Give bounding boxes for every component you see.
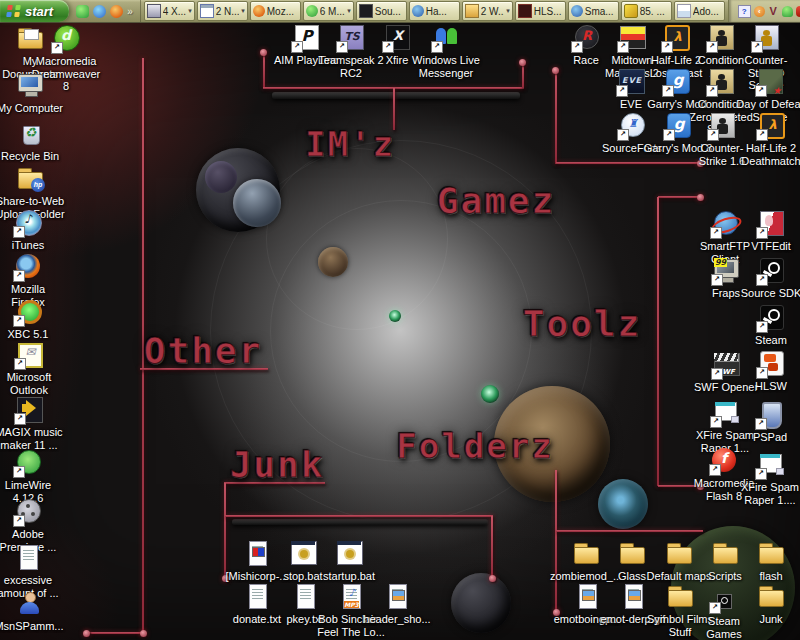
desktop-icon-label: Recycle Bin [1,150,59,163]
task-buttons: 4 X...▾2 N...▾Moz...6 M...▾Sou...Ha...2 … [141,0,728,22]
msn-icon [306,5,318,17]
desktop-icon-half-life-2-deathmatch[interactable]: λ↗Half-Life 2 Deathmatch [736,112,800,167]
taskbar-button-6m[interactable]: 6 M...▾ [303,1,354,21]
wallpaper-label-folderz: Folderz [396,426,553,466]
desktop-icon-label: Race [573,54,599,67]
tray-back-icon[interactable]: ‹ [754,6,765,17]
start-button[interactable]: start [0,0,69,22]
taskbar-button-label: Ado... [693,6,722,17]
taskbar-button-sou[interactable]: Sou... [356,1,407,21]
taskbar: start » 4 X...▾2 N...▾Moz...6 M...▾Sou..… [0,0,800,23]
desktop-icon-label: VTFEdit [751,240,791,253]
wallpaper-label-gamez: Gamez [437,180,555,221]
desktop-icon-windows-live-messenger[interactable]: ↗Windows Live Messenger [411,24,481,79]
quicklaunch-firefox-icon[interactable] [110,5,123,18]
wallpaper-orb [598,479,648,529]
firefox-icon: ↗ [12,253,44,281]
quicklaunch-overflow-chevron[interactable]: » [127,6,133,17]
desktop-icon-msnspamm[interactable]: MsnSPamm... [0,590,64,633]
wallpaper-pipe [232,519,488,525]
wallpaper-label-other: Other [144,330,262,371]
wallpaper-line [263,52,265,88]
pencil-icon [624,4,638,18]
taskbar-button-85[interactable]: 85. ... [621,1,672,21]
desktop[interactable]: IM'zGamezToolzOtherJunkFolderzMy Documen… [0,22,800,640]
wallpaper-orb [318,247,348,277]
globe-icon [412,5,424,17]
wallpaper-line [86,632,144,634]
desktop-icon-label: Source SDK [741,287,800,300]
magix-icon: ↗ [13,396,45,424]
taskbar-button-ado[interactable]: Ado... [674,1,725,21]
desktop-icon-label: header_sho... [363,613,430,626]
group-dropdown-icon: ▾ [347,7,351,15]
wallpaper-orb [481,385,499,403]
winapp-icon: ↗ [754,451,786,479]
screen: start » 4 X...▾2 N...▾Moz...6 M...▾Sou..… [0,0,800,640]
taskbar-button-label: 85. ... [640,6,669,17]
notepad-icon [200,4,214,18]
desktop-icon-vtfedit[interactable]: ↗VTFEdit [736,210,800,253]
taskbar-button-label: Ha... [426,6,457,17]
group-dropdown-icon: ▾ [241,7,245,15]
windows-flag-icon [6,5,21,17]
dreamweaver-icon: d↗ [50,25,82,53]
desktop-icon-hlsw[interactable]: ↗HLSW [736,350,800,393]
limewire-icon: ↗ [12,449,44,477]
system-tray: ?‹V 10:48 PM [728,0,800,22]
batfile-icon [333,540,365,568]
taskbar-button-4x[interactable]: 4 X...▾ [144,1,195,21]
desktop-icon-recycle-bin[interactable]: ♻Recycle Bin [0,120,65,163]
tray-help-icon[interactable]: ? [738,5,751,18]
desktop-icon-limewire-4-12-6[interactable]: ↗LimeWire 4.12.6 [0,449,63,504]
desktop-icon-xfire-spam-raper-1[interactable]: ↗XFire Spam Raper 1.... [735,451,800,506]
desktop-icon-flash[interactable]: flash [736,540,800,583]
premiere-icon: ↗ [12,498,44,526]
taskbar-button-2n[interactable]: 2 N...▾ [197,1,248,21]
dark-icon [359,4,373,18]
taskbar-button-hls[interactable]: HLS... [515,1,566,21]
desktop-icon-my-computer[interactable]: My Computer [0,72,65,115]
wlm-icon: ↗ [430,24,462,52]
wallpaper-line-endpoint [519,59,526,66]
desktop-icon-pspad[interactable]: ↗PSPad [735,401,800,444]
tray-valve-icon[interactable]: V [768,6,779,17]
desktop-icon-label: XFire Spam Raper 1.... [735,481,800,506]
wallpaper-orb [233,179,281,227]
taskbar-button-label: HLS... [534,6,563,17]
wallpaper-line [556,162,701,164]
desktop-icon-steam[interactable]: ↗Steam [736,304,800,347]
taskbar-button-2w[interactable]: 2 W...▾ [462,1,513,21]
wallpaper-line [556,530,703,532]
desktop-icon-header-sho[interactable]: header_sho... [362,583,432,626]
tray-xfire-icon[interactable] [782,6,793,17]
taskbar-button-sma[interactable]: Sma... [568,1,619,21]
desktop-icon-label: Steam [755,334,787,347]
desktop-icon-startup-bat[interactable]: startup.bat [314,540,384,583]
wallpaper-label-junk: Junk [230,444,325,485]
desktop-icon-label: EVE [620,98,642,111]
taskbar-button-label: Moz... [267,6,298,17]
quicklaunch-messenger-icon[interactable] [76,5,89,18]
taskbar-button-ha[interactable]: Ha... [409,1,460,21]
wallpaper-line-endpoint [489,575,496,582]
desktop-icon-magix-music-maker-11[interactable]: ↗MAGIX music maker 11 ... [0,396,64,451]
desktop-icon-itunes[interactable]: ♪↗iTunes [0,209,63,252]
globe-icon [571,5,583,17]
taskbar-button-moz[interactable]: Moz... [250,1,301,21]
desktop-icon-label: Half-Life 2 Deathmatch [736,142,800,167]
wallpaper-line-endpoint [260,49,267,56]
wallpaper-orb [205,161,237,193]
desktop-icon-source-sdk[interactable]: ↗Source SDK [736,257,800,300]
quicklaunch-msn-icon[interactable] [93,5,106,18]
desktop-icon-xbc-5-1[interactable]: ↗XBC 5.1 [0,298,63,341]
taskbar-button-label: Sou... [375,6,404,17]
desktop-icon-microsoft-outlook[interactable]: ✉↗Microsoft Outlook [0,341,64,396]
desktop-icon-label: Glass [618,570,646,583]
desktop-icon-junk[interactable]: Junk [736,583,800,626]
tray-ati-icon[interactable] [796,6,800,17]
imgfile2-icon [381,583,413,611]
desktop-icon-label: MAGIX music maker 11 ... [0,426,64,451]
folder-icon [755,540,787,568]
steamapp-icon: ↗ [755,257,787,285]
